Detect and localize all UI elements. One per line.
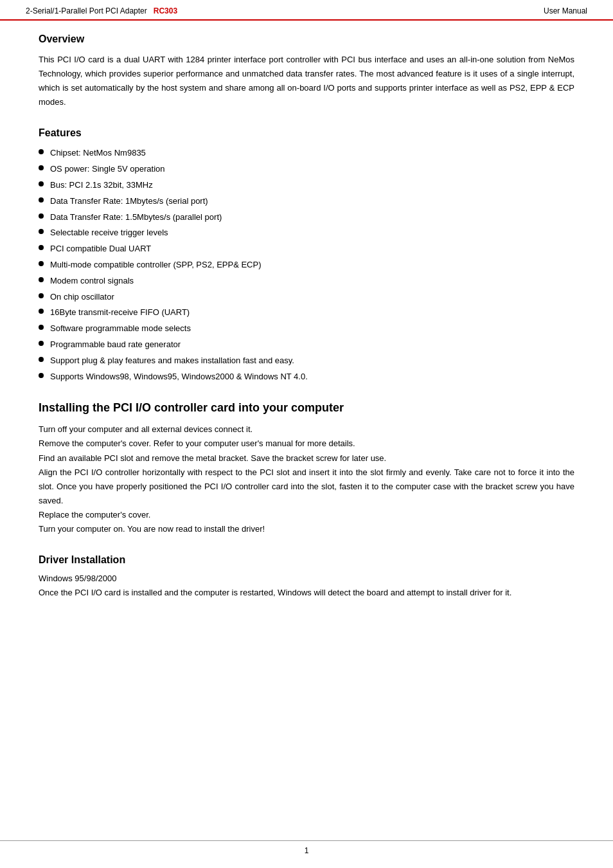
features-title: Features <box>39 127 574 139</box>
list-item: Chipset: NetMos Nm9835 <box>39 147 574 160</box>
list-item: On chip oscillator <box>39 291 574 304</box>
bullet-icon <box>39 325 44 330</box>
overview-section: Overview This PCI I/O card is a dual UAR… <box>39 33 574 109</box>
bullet-icon <box>39 309 44 314</box>
list-item-text: Modem control signals <box>50 275 134 288</box>
list-item-text: OS power: Single 5V operation <box>50 163 165 176</box>
header-title-model: RC303 <box>154 6 177 15</box>
bullet-icon <box>39 357 44 362</box>
list-item: Bus: PCI 2.1s 32bit, 33MHz <box>39 179 574 192</box>
installing-line: Remove the computer's cover. Refer to yo… <box>39 437 574 451</box>
installing-line: Replace the computer's cover. <box>39 508 574 522</box>
list-item-text: Data Transfer Rate: 1.5Mbytes/s (paralle… <box>50 211 222 224</box>
features-section: Features Chipset: NetMos Nm9835OS power:… <box>39 127 574 383</box>
header-right: User Manual <box>544 6 587 15</box>
list-item: OS power: Single 5V operation <box>39 163 574 176</box>
list-item-text: Software programmable mode selects <box>50 322 191 336</box>
list-item: Modem control signals <box>39 275 574 288</box>
list-item-text: PCI compatible Dual UART <box>50 242 151 256</box>
driver-windows-label: Windows 95/98/2000 <box>39 574 574 583</box>
list-item: Data Transfer Rate: 1.5Mbytes/s (paralle… <box>39 211 574 224</box>
bullet-icon <box>39 165 44 170</box>
list-item: Software programmable mode selects <box>39 322 574 336</box>
list-item: Multi-mode compatible controller (SPP, P… <box>39 258 574 272</box>
installing-line: Turn off your computer and all external … <box>39 422 574 437</box>
page-number: 1 <box>305 846 309 855</box>
page: 2-Serial/1-Parallel Port PCI Adapter RC3… <box>0 0 613 868</box>
list-item-text: Data Transfer Rate: 1Mbytes/s (serial po… <box>50 195 208 208</box>
list-item: Support plug & play features and makes i… <box>39 354 574 368</box>
bullet-icon <box>39 277 44 282</box>
header-title: 2-Serial/1-Parallel Port PCI Adapter RC3… <box>26 6 177 15</box>
installing-title: Installing the PCI I/O controller card i… <box>39 401 574 415</box>
installing-lines: Turn off your computer and all external … <box>39 422 574 536</box>
overview-body: This PCI I/O card is a dual UART with 12… <box>39 53 574 109</box>
bullet-icon <box>39 149 44 154</box>
features-list: Chipset: NetMos Nm9835OS power: Single 5… <box>39 147 574 383</box>
bullet-icon <box>39 197 44 203</box>
bullet-icon <box>39 261 44 266</box>
list-item-text: Bus: PCI 2.1s 32bit, 33MHz <box>50 179 153 192</box>
bullet-icon <box>39 213 44 219</box>
bullet-icon <box>39 373 44 378</box>
main-content: Overview This PCI I/O card is a dual UAR… <box>0 21 613 644</box>
footer: 1 <box>0 840 613 855</box>
header-title-prefix: 2-Serial/1-Parallel Port PCI Adapter <box>26 6 147 15</box>
list-item-text: Chipset: NetMos Nm9835 <box>50 147 146 160</box>
list-item: Programmable baud rate generator <box>39 338 574 352</box>
installing-line: Find an available PCI slot and remove th… <box>39 451 574 466</box>
list-item: Selectable receive trigger levels <box>39 226 574 240</box>
list-item-text: Supports Windows98, Windows95, Windows20… <box>50 370 308 384</box>
bullet-icon <box>39 181 44 186</box>
installing-line: Turn your computer on. You are now read … <box>39 522 574 536</box>
list-item-text: 16Byte transmit-receive FIFO (UART) <box>50 306 190 320</box>
list-item: PCI compatible Dual UART <box>39 242 574 256</box>
header: 2-Serial/1-Parallel Port PCI Adapter RC3… <box>0 0 613 21</box>
bullet-icon <box>39 245 44 250</box>
list-item-text: Multi-mode compatible controller (SPP, P… <box>50 258 262 272</box>
list-item: 16Byte transmit-receive FIFO (UART) <box>39 306 574 320</box>
bullet-icon <box>39 341 44 346</box>
list-item: Supports Windows98, Windows95, Windows20… <box>39 370 574 384</box>
installing-line: Align the PCI I/O controller horizontall… <box>39 466 574 508</box>
list-item-text: On chip oscillator <box>50 291 114 304</box>
list-item-text: Programmable baud rate generator <box>50 338 181 352</box>
bullet-icon <box>39 229 44 234</box>
driver-body: Once the PCI I/O card is installed and t… <box>39 586 574 600</box>
driver-section: Driver Installation Windows 95/98/2000 O… <box>39 554 574 600</box>
list-item: Data Transfer Rate: 1Mbytes/s (serial po… <box>39 195 574 208</box>
overview-title: Overview <box>39 33 574 45</box>
bullet-icon <box>39 293 44 298</box>
installing-section: Installing the PCI I/O controller card i… <box>39 401 574 536</box>
list-item-text: Support plug & play features and makes i… <box>50 354 294 368</box>
list-item-text: Selectable receive trigger levels <box>50 226 168 240</box>
driver-title: Driver Installation <box>39 554 574 566</box>
